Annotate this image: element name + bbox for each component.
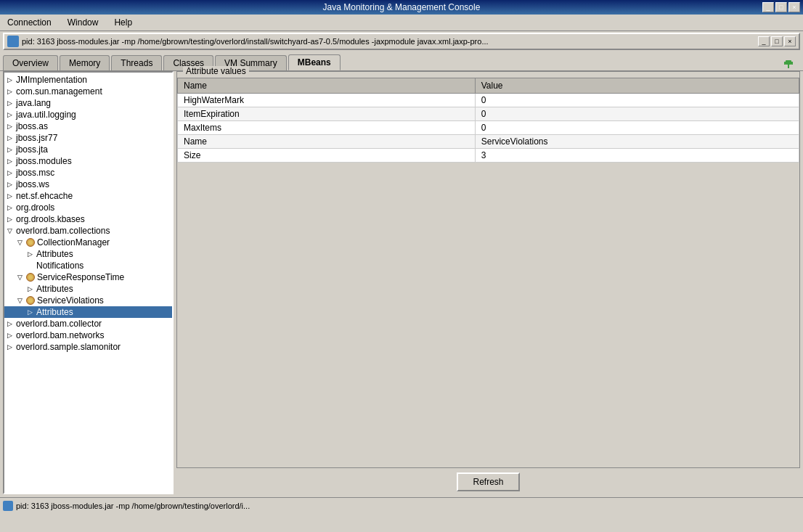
attribute-table: Name Value HighWaterMark0ItemExpiration0… <box>177 78 799 163</box>
tree-arrow: ▽ <box>17 297 25 304</box>
attribute-table-wrapper: Name Value HighWaterMark0ItemExpiration0… <box>177 78 799 467</box>
process-title: pid: 3163 jboss-modules.jar -mp /home/gb… <box>22 37 755 46</box>
group-legend: Attribute values <box>183 66 249 76</box>
right-panel: Attribute values Name Value HighWaterMar… <box>174 71 800 494</box>
table-row: ItemExpiration0 <box>178 107 799 121</box>
tree-item[interactable]: ▷jboss.jta <box>4 144 172 155</box>
tab-threads[interactable]: Threads <box>111 55 162 70</box>
tree-label: ServiceResponseTime <box>37 272 124 282</box>
attribute-values-group: Attribute values Name Value HighWaterMar… <box>176 71 800 468</box>
tree-label: overlord.bam.collector <box>16 319 102 329</box>
tree-item[interactable]: ▽overlord.bam.collections <box>4 225 172 237</box>
menu-connection[interactable]: Connection <box>3 16 56 29</box>
col-name: Name <box>178 78 476 94</box>
tree-panel: ▷JMImplementation▷com.sun.management▷jav… <box>3 71 174 494</box>
tree-arrow: ▷ <box>7 134 15 142</box>
tree-item[interactable]: ▷Attributes <box>4 283 172 295</box>
gear-icon <box>26 273 35 282</box>
tree-label: Attributes <box>36 307 73 317</box>
process-icon <box>7 36 19 47</box>
proc-close[interactable]: × <box>784 36 796 46</box>
tree-item[interactable]: ▷Attributes <box>4 248 172 260</box>
tree-label: org.drools <box>16 202 54 213</box>
attr-name: ItemExpiration <box>178 107 476 121</box>
attr-value: 0 <box>475 94 799 107</box>
process-bar: pid: 3163 jboss-modules.jar -mp /home/gb… <box>3 33 800 50</box>
tree-label: CollectionManager <box>37 237 110 247</box>
maximize-button[interactable]: □ <box>775 2 787 12</box>
tree-item[interactable]: ▷overlord.bam.networks <box>4 330 172 341</box>
attr-name: Size <box>178 149 476 163</box>
tree-arrow: ▷ <box>7 76 15 83</box>
tree-item[interactable]: ▷jboss.jsr77 <box>4 132 172 144</box>
tree-label: Attributes <box>36 284 73 294</box>
tree-arrow: ▷ <box>7 216 15 223</box>
tree-arrow: ▷ <box>28 250 35 258</box>
col-value: Value <box>475 78 799 94</box>
tree-arrow: ▷ <box>7 320 15 327</box>
tree-label: Attributes <box>36 249 73 259</box>
tree-item[interactable]: ▽ServiceViolations <box>4 295 172 306</box>
tree-label: net.sf.ehcache <box>16 191 73 201</box>
tree-label: org.drools.kbases <box>16 214 85 224</box>
tree-label: overlord.sample.slamonitor <box>16 342 121 352</box>
tree-label: jboss.jta <box>16 144 48 155</box>
status-text: pid: 3163 jboss-modules.jar -mp /home/gb… <box>16 502 250 510</box>
tree-arrow: ▷ <box>7 88 15 95</box>
tree-item[interactable]: ▽CollectionManager <box>4 237 172 248</box>
tree-item[interactable]: ▷overlord.bam.collector <box>4 318 172 330</box>
tree-item[interactable]: ▷jboss.msc <box>4 167 172 179</box>
tree-item[interactable]: Notifications <box>4 260 172 271</box>
tree-arrow: ▷ <box>7 204 15 211</box>
tab-memory[interactable]: Memory <box>60 55 110 70</box>
tree-arrow: ▽ <box>17 239 25 246</box>
tab-overview[interactable]: Overview <box>3 55 58 70</box>
tree-arrow: ▷ <box>7 146 15 153</box>
tree-arrow: ▷ <box>7 169 15 176</box>
tree-arrow: ▷ <box>7 123 15 130</box>
minimize-button[interactable]: _ <box>762 2 774 12</box>
svg-rect-3 <box>791 62 793 65</box>
tree-item[interactable]: ▷jboss.as <box>4 120 172 132</box>
tree-arrow: ▷ <box>7 332 15 339</box>
tree-item[interactable]: ▷JMImplementation <box>4 74 172 86</box>
proc-minimize[interactable]: _ <box>758 36 770 46</box>
table-row: HighWaterMark0 <box>178 94 799 107</box>
proc-maximize[interactable]: □ <box>771 36 783 46</box>
attr-value: ServiceViolations <box>475 135 799 149</box>
menu-help[interactable]: Help <box>110 16 136 29</box>
tree-arrow: ▽ <box>7 227 15 234</box>
tab-mbeans[interactable]: MBeans <box>288 54 341 70</box>
tree-arrow: ▷ <box>7 181 15 188</box>
tab-strip: Overview Memory Threads Classes VM Summa… <box>0 52 803 70</box>
tree-item[interactable]: ▷overlord.sample.slamonitor <box>4 341 172 353</box>
tree-item[interactable]: ▷org.drools <box>4 202 172 213</box>
menu-bar: Connection Window Help <box>0 15 803 31</box>
tree-arrow: ▷ <box>28 285 35 292</box>
tree-label: java.lang <box>16 98 51 108</box>
main-content: ▷JMImplementation▷com.sun.management▷jav… <box>0 70 803 497</box>
tree-arrow: ▷ <box>7 99 15 107</box>
status-icon <box>3 501 13 511</box>
close-button[interactable]: × <box>788 2 800 12</box>
refresh-button[interactable]: Refresh <box>457 472 519 491</box>
tree-item[interactable]: ▽ServiceResponseTime <box>4 271 172 283</box>
tree-item[interactable]: ▷com.sun.management <box>4 86 172 97</box>
plug-icon <box>781 59 796 70</box>
menu-window[interactable]: Window <box>63 16 103 29</box>
table-row: MaxItems0 <box>178 121 799 135</box>
tree-label: jboss.msc <box>16 168 54 178</box>
tree-item[interactable]: ▷org.drools.kbases <box>4 213 172 225</box>
tree-label: overlord.bam.networks <box>16 330 104 340</box>
tree-arrow: ▷ <box>7 343 15 351</box>
attr-value: 0 <box>475 121 799 135</box>
tree-item[interactable]: ▷net.sf.ehcache <box>4 190 172 202</box>
refresh-area: Refresh <box>176 468 800 494</box>
tree-item[interactable]: ▷java.util.logging <box>4 109 172 120</box>
tree-item[interactable]: ▷Attributes <box>4 306 172 318</box>
tree-item[interactable]: ▷java.lang <box>4 97 172 109</box>
attr-value: 3 <box>475 149 799 163</box>
tree-item[interactable]: ▷jboss.modules <box>4 155 172 167</box>
tree-label: JMImplementation <box>16 75 87 85</box>
tree-item[interactable]: ▷jboss.ws <box>4 179 172 190</box>
